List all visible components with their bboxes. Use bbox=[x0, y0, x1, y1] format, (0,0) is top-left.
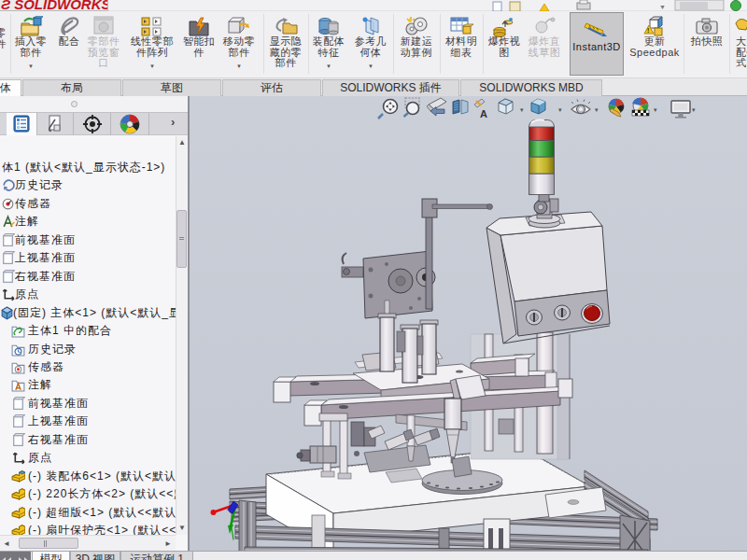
svg-text:▾: ▾ bbox=[692, 106, 696, 113]
svg-text:!: ! bbox=[647, 27, 649, 34]
svg-text:▾: ▾ bbox=[595, 106, 599, 113]
svg-text:▾: ▾ bbox=[558, 106, 562, 113]
svg-text:▾: ▾ bbox=[654, 106, 657, 113]
svg-text:A: A bbox=[480, 108, 487, 119]
svg-text:▾: ▾ bbox=[520, 106, 524, 113]
svg-text:▼: ▼ bbox=[659, 4, 666, 10]
